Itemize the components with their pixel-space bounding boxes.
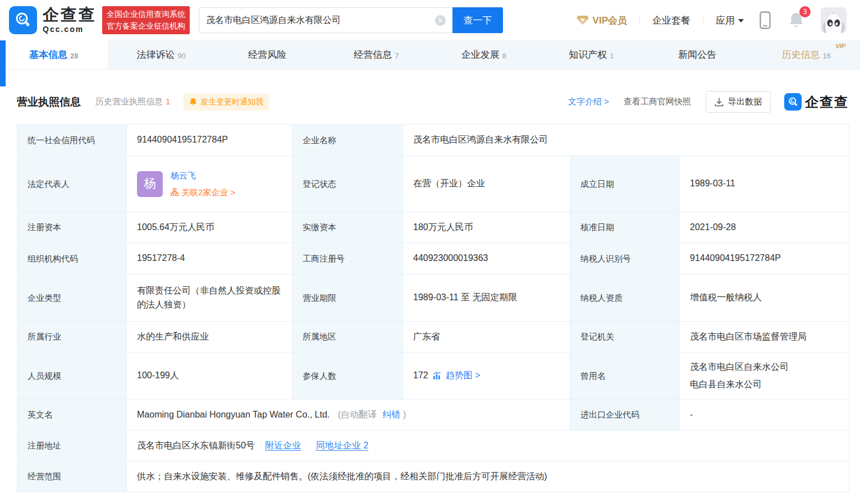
tab-count: 16	[823, 52, 831, 60]
history-license-label: 历史营业执照信息	[95, 97, 163, 106]
tab-company-development[interactable]: 企业发展 8	[430, 40, 538, 69]
taxpayer-id-value: 91440904195172784P	[680, 243, 849, 274]
brand-domain: Qcc.com	[43, 25, 97, 34]
tab-label: 知识产权	[569, 48, 607, 61]
apps-dropdown[interactable]: 应用	[716, 14, 744, 27]
company-type-label: 企业类型	[17, 274, 127, 322]
phone-icon	[760, 11, 771, 29]
same-address-companies-link[interactable]: 同地址企业 2	[316, 441, 368, 450]
magnifier-q-icon	[788, 97, 799, 108]
taxpayer-id-label: 纳税人识别号	[570, 243, 680, 274]
address-cell: 茂名市电白区水东镇新街50号 附近企业 同地址企业 2	[127, 430, 849, 461]
tab-count: 7	[395, 52, 399, 60]
trend-chart-link[interactable]: 趋势图 >	[446, 369, 481, 383]
export-data-button[interactable]: 导出数据	[706, 91, 771, 113]
tab-count: 8	[502, 52, 506, 60]
qcc-watermark: 企查查	[784, 93, 849, 111]
business-scope-label: 经营范围	[17, 461, 127, 492]
download-icon	[715, 98, 724, 107]
reg-capital-value: 1005.64万元人民币	[127, 212, 292, 243]
tab-count: 28	[70, 52, 78, 60]
nearby-companies-link[interactable]: 附近企业	[265, 441, 301, 450]
history-license-link[interactable]: 历史营业执照信息1	[95, 97, 170, 107]
company-name-label: 企业名称	[292, 125, 403, 156]
section-actions: 文字介绍 > 查看工商官网快照 导出数据 企查查	[568, 91, 849, 113]
insured-count-cell: 172 趋势图 >	[403, 352, 570, 400]
business-license-table: 统一社会信用代码 91440904195172784P 企业名称 茂名市电白区鸿…	[17, 124, 849, 492]
staff-size-label: 人员规模	[17, 352, 127, 400]
table-row: 企业类型 有限责任公司（非自然人投资或控股的法人独资） 营业期限 1989-03…	[17, 274, 849, 322]
tab-operation-risk[interactable]: 经营风险	[215, 40, 323, 69]
tab-label: 企业发展	[461, 48, 500, 61]
notifications-button[interactable]: 3	[789, 12, 804, 29]
penguin-avatar-icon	[821, 10, 847, 33]
paid-capital-label: 实缴资本	[292, 212, 403, 243]
bell-icon	[189, 98, 197, 106]
text-intro-link[interactable]: 文字介绍 >	[568, 97, 609, 107]
divider	[703, 15, 703, 25]
qcc-logo-icon[interactable]	[9, 6, 37, 34]
tab-operation-info[interactable]: 经营信息 7	[323, 40, 431, 69]
former-name-cell: 茂名市电白区自来水公司 电白县自来水公司	[680, 352, 849, 400]
vip-member-label: VIP会员	[593, 14, 627, 27]
taxpayer-quality-label: 纳税人资质	[570, 274, 680, 322]
vip-tag: VIP	[835, 43, 845, 49]
notification-count-badge: 3	[799, 6, 811, 17]
apps-label: 应用	[716, 14, 735, 27]
vip-member-link[interactable]: VIP会员	[577, 14, 627, 27]
enterprise-package-label: 企业套餐	[652, 14, 690, 27]
business-scope-value: 供水；自来水设施安装、维修及配件销售。(依法须经批准的项目，经相关部门批准后方可…	[127, 461, 849, 492]
qcc-watermark-text: 企查查	[805, 93, 849, 111]
company-name-value: 茂名市电白区鸿源自来水有限公司	[403, 125, 849, 156]
address-label: 注册地址	[17, 430, 127, 461]
search-button[interactable]: 查一下	[452, 7, 503, 33]
tab-label: 经营风险	[248, 48, 286, 61]
mobile-app-button[interactable]	[760, 11, 771, 29]
table-row: 注册地址 茂名市电白区水东镇新街50号 附近企业 同地址企业 2	[17, 430, 849, 461]
clear-search-icon[interactable]: ✕	[435, 15, 446, 26]
credit-code-value: 91440904195172784P	[127, 125, 292, 156]
history-license-count: 1	[166, 97, 170, 106]
tab-count: 90	[178, 52, 186, 60]
credit-code-label: 统一社会信用代码	[17, 125, 127, 156]
industry-label: 所属行业	[17, 322, 127, 352]
english-name-value: Maoming Dianbai Hongyuan Tap Water Co., …	[137, 410, 330, 419]
notify-on-change-label: 发生变更时通知我	[200, 97, 263, 107]
section-title: 营业执照信息	[17, 95, 81, 109]
former-name-1: 茂名市电白区自来水公司	[690, 359, 839, 375]
industry-value: 水的生产和供应业	[127, 322, 292, 352]
company-type-value: 有限责任公司（非自然人投资或控股的法人独资）	[127, 274, 292, 322]
table-row: 统一社会信用代码 91440904195172784P 企业名称 茂名市电白区鸿…	[17, 125, 849, 156]
search-input[interactable]	[206, 15, 435, 25]
tab-label: 基本信息	[29, 48, 67, 61]
import-export-code-value: -	[680, 400, 849, 430]
legal-rep-avatar[interactable]: 杨	[137, 171, 163, 197]
user-avatar[interactable]	[821, 7, 847, 33]
reg-status-label: 登记状态	[292, 156, 403, 212]
legal-rep-cell: 杨 杨云飞 关联2家企业 >	[127, 156, 292, 212]
enterprise-package-link[interactable]: 企业套餐	[652, 14, 690, 27]
tab-legal-litigation[interactable]: 法律诉讼 90	[108, 40, 216, 69]
related-companies-link[interactable]: 关联2家企业 >	[171, 186, 235, 199]
brand-block[interactable]: 企查查 Qcc.com	[43, 7, 97, 34]
official-snapshot-link[interactable]: 查看工商官网快照	[624, 97, 691, 107]
business-term-value: 1989-03-11 至 无固定期限	[403, 274, 570, 322]
notify-on-change-badge[interactable]: 发生变更时通知我	[184, 94, 269, 111]
org-chart-icon	[171, 188, 179, 196]
tab-history-info[interactable]: 历史信息 16 VIP	[753, 40, 860, 69]
tab-basic-info[interactable]: 基本信息 28	[0, 40, 108, 69]
english-name-label: 英文名	[17, 400, 127, 430]
tab-news-announcements[interactable]: 新闻公告	[645, 40, 753, 69]
tab-intellectual-property[interactable]: 知识产权 1	[538, 40, 646, 69]
former-name-label: 曾用名	[570, 352, 680, 400]
reg-number-label: 工商注册号	[292, 243, 403, 274]
reg-authority-value: 茂名市电白区市场监督管理局	[680, 322, 849, 352]
table-row: 法定代表人 杨 杨云飞 关联2家企业 >	[17, 156, 849, 212]
legal-rep-name-link[interactable]: 杨云飞	[171, 169, 235, 182]
paid-capital-value: 180万元人民币	[403, 212, 570, 243]
table-row: 人员规模 100-199人 参保人数 172 趋势图 > 曾用名 茂名市电白区自…	[17, 352, 849, 400]
reg-authority-label: 登记机关	[570, 322, 680, 352]
gov-badge-line1: 全国企业信用查询系统	[107, 8, 185, 20]
business-term-label: 营业期限	[292, 274, 403, 322]
correct-link[interactable]: 纠错	[383, 410, 401, 419]
